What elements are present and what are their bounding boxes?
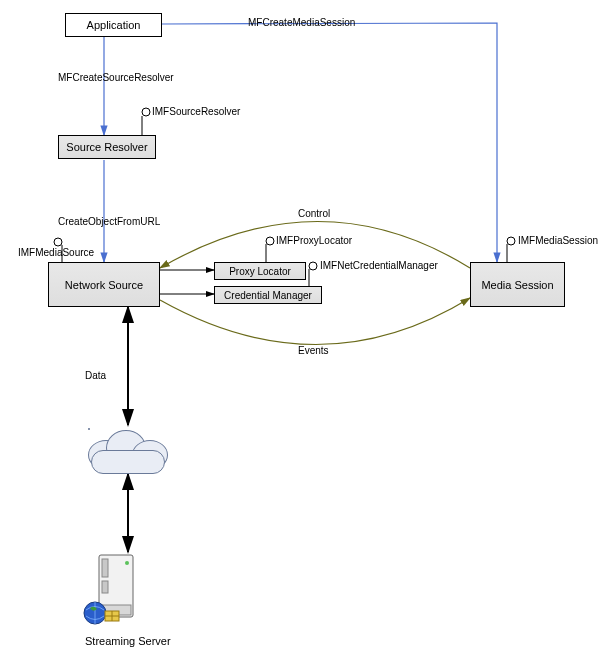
- node-label: Proxy Locator: [229, 266, 291, 277]
- node-label: Credential Manager: [224, 290, 312, 301]
- node-network-source: Network Source: [48, 262, 160, 307]
- node-label: Network Source: [65, 279, 143, 291]
- svg-point-1: [142, 108, 150, 116]
- svg-point-5: [266, 237, 274, 245]
- iface-label-source-resolver: IMFSourceResolver: [152, 106, 240, 117]
- node-application: Application: [65, 13, 162, 37]
- svg-point-18: [125, 561, 129, 565]
- server-icon: [84, 555, 133, 624]
- node-credential-manager: Credential Manager: [214, 286, 322, 304]
- node-media-session: Media Session: [470, 262, 565, 307]
- node-label: Application: [87, 19, 141, 31]
- cloud-icon: [88, 428, 168, 473]
- edge-label-create-source-resolver: MFCreateSourceResolver: [58, 72, 174, 83]
- edge-label-create-object-from-url: CreateObjectFromURL: [58, 216, 160, 227]
- svg-rect-16: [102, 581, 108, 593]
- node-source-resolver: Source Resolver: [58, 135, 156, 159]
- edge-label-events: Events: [298, 345, 329, 356]
- edge-label-control: Control: [298, 208, 330, 219]
- edge-label-create-media-session: MFCreateMediaSession: [248, 17, 355, 28]
- svg-rect-15: [102, 559, 108, 577]
- iface-label-media-session: IMFMediaSession: [518, 235, 598, 246]
- edge-label-data: Data: [85, 370, 106, 381]
- iface-label-proxy-locator: IMFProxyLocator: [276, 235, 352, 246]
- node-label: Media Session: [481, 279, 553, 291]
- node-label: Source Resolver: [66, 141, 147, 153]
- svg-point-9: [507, 237, 515, 245]
- node-proxy-locator: Proxy Locator: [214, 262, 306, 280]
- svg-point-7: [309, 262, 317, 270]
- svg-point-3: [54, 238, 62, 246]
- iface-label-media-source: IMFMediaSource: [18, 247, 94, 258]
- node-label-streaming-server: Streaming Server: [85, 635, 171, 647]
- iface-label-net-credential-manager: IMFNetCredentialManager: [320, 260, 438, 271]
